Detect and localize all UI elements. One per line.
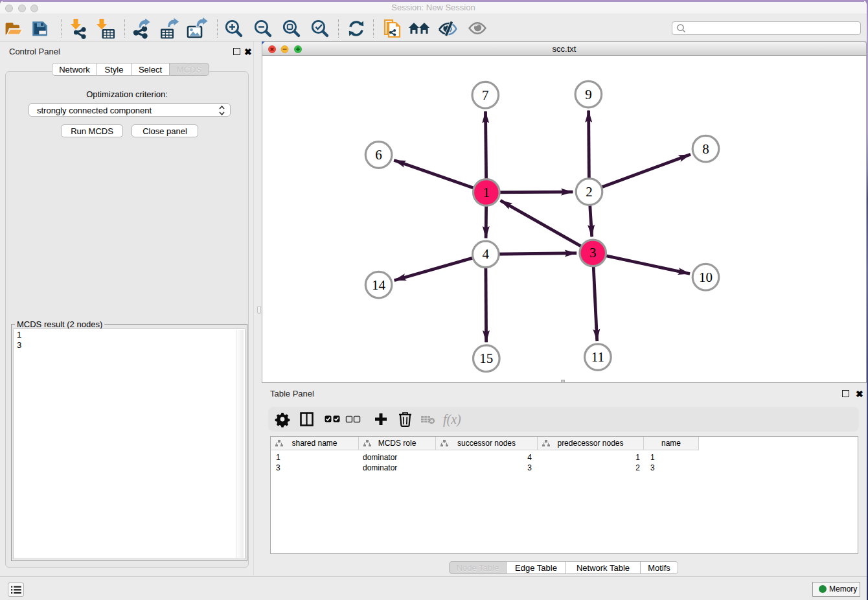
svg-text:6: 6 xyxy=(375,147,382,163)
svg-text:f(x): f(x) xyxy=(443,412,461,427)
svg-text:7: 7 xyxy=(482,87,489,103)
svg-text:15: 15 xyxy=(479,351,493,366)
svg-text:10: 10 xyxy=(699,270,713,285)
svg-text:2: 2 xyxy=(586,184,593,200)
svg-text:4: 4 xyxy=(483,246,490,262)
svg-text:11: 11 xyxy=(591,349,604,365)
svg-text:14: 14 xyxy=(372,277,386,293)
svg-text:1: 1 xyxy=(483,185,490,200)
svg-text:3: 3 xyxy=(589,245,597,260)
svg-text:8: 8 xyxy=(702,141,709,157)
svg-text:9: 9 xyxy=(585,87,592,102)
